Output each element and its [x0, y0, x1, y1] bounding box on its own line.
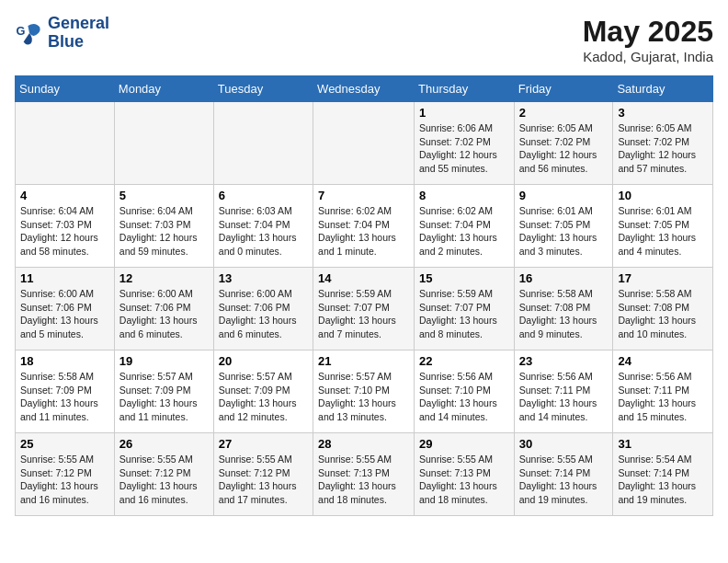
- calendar-cell: 15Sunrise: 5:59 AMSunset: 7:07 PMDayligh…: [415, 268, 515, 350]
- cell-content: Sunrise: 6:05 AMSunset: 7:02 PMDaylight:…: [519, 121, 609, 176]
- day-number: 10: [618, 189, 708, 202]
- calendar-cell: [114, 102, 213, 185]
- day-number: 19: [119, 354, 209, 368]
- calendar-cell: 6Sunrise: 6:03 AMSunset: 7:04 PMDaylight…: [213, 185, 313, 268]
- cell-content: Sunrise: 6:01 AMSunset: 7:05 PMDaylight:…: [519, 204, 609, 259]
- cell-content: Sunrise: 5:55 AMSunset: 7:13 PMDaylight:…: [419, 453, 509, 507]
- logo: G General Blue: [15, 15, 109, 52]
- day-number: 18: [20, 354, 109, 368]
- calendar-cell: 17Sunrise: 5:58 AMSunset: 7:08 PMDayligh…: [613, 268, 713, 350]
- day-number: 30: [519, 437, 609, 451]
- cell-content: Sunrise: 5:58 AMSunset: 7:08 PMDaylight:…: [618, 287, 708, 341]
- day-header-thursday: Thursday: [415, 76, 515, 102]
- calendar-cell: 1Sunrise: 6:06 AMSunset: 7:02 PMDaylight…: [415, 102, 515, 185]
- calendar-cell: 10Sunrise: 6:01 AMSunset: 7:05 PMDayligh…: [613, 185, 713, 268]
- calendar-cell: 30Sunrise: 5:55 AMSunset: 7:14 PMDayligh…: [514, 433, 613, 516]
- calendar-cell: 27Sunrise: 5:55 AMSunset: 7:12 PMDayligh…: [213, 433, 313, 516]
- cell-content: Sunrise: 6:00 AMSunset: 7:06 PMDaylight:…: [20, 287, 109, 341]
- day-number: 13: [219, 271, 308, 285]
- week-row-3: 11Sunrise: 6:00 AMSunset: 7:06 PMDayligh…: [16, 268, 713, 350]
- day-number: 2: [519, 106, 609, 120]
- calendar-cell: 4Sunrise: 6:04 AMSunset: 7:03 PMDaylight…: [16, 185, 115, 268]
- calendar-cell: 11Sunrise: 6:00 AMSunset: 7:06 PMDayligh…: [16, 268, 115, 350]
- calendar-cell: 25Sunrise: 5:55 AMSunset: 7:12 PMDayligh…: [16, 433, 115, 516]
- calendar-cell: [313, 102, 415, 185]
- calendar-cell: 31Sunrise: 5:54 AMSunset: 7:14 PMDayligh…: [613, 433, 713, 516]
- logo-line2: Blue: [48, 33, 109, 52]
- week-row-5: 25Sunrise: 5:55 AMSunset: 7:12 PMDayligh…: [16, 433, 713, 516]
- day-header-monday: Monday: [114, 76, 213, 102]
- day-number: 6: [219, 189, 308, 202]
- cell-content: Sunrise: 5:55 AMSunset: 7:14 PMDaylight:…: [519, 453, 609, 507]
- day-number: 25: [20, 437, 109, 451]
- calendar-cell: 24Sunrise: 5:56 AMSunset: 7:11 PMDayligh…: [613, 350, 713, 433]
- calendar-cell: 23Sunrise: 5:56 AMSunset: 7:11 PMDayligh…: [514, 350, 613, 433]
- calendar-cell: 28Sunrise: 5:55 AMSunset: 7:13 PMDayligh…: [313, 433, 415, 516]
- calendar-cell: 19Sunrise: 5:57 AMSunset: 7:09 PMDayligh…: [114, 350, 213, 433]
- cell-content: Sunrise: 6:01 AMSunset: 7:05 PMDaylight:…: [618, 204, 708, 259]
- day-number: 8: [419, 189, 509, 202]
- day-number: 15: [419, 271, 509, 285]
- calendar-cell: 12Sunrise: 6:00 AMSunset: 7:06 PMDayligh…: [114, 268, 213, 350]
- day-header-tuesday: Tuesday: [213, 76, 313, 102]
- calendar-cell: 20Sunrise: 5:57 AMSunset: 7:09 PMDayligh…: [213, 350, 313, 433]
- logo-line1: General: [48, 15, 109, 33]
- calendar-cell: 13Sunrise: 6:00 AMSunset: 7:06 PMDayligh…: [213, 268, 313, 350]
- calendar-cell: 5Sunrise: 6:04 AMSunset: 7:03 PMDaylight…: [114, 185, 213, 268]
- cell-content: Sunrise: 6:04 AMSunset: 7:03 PMDaylight:…: [20, 204, 109, 259]
- day-number: 1: [419, 106, 509, 120]
- day-header-friday: Friday: [514, 76, 613, 102]
- cell-content: Sunrise: 5:57 AMSunset: 7:10 PMDaylight:…: [318, 370, 409, 424]
- calendar-cell: 22Sunrise: 5:56 AMSunset: 7:10 PMDayligh…: [415, 350, 515, 433]
- cell-content: Sunrise: 5:56 AMSunset: 7:11 PMDaylight:…: [519, 370, 609, 424]
- day-number: 22: [419, 354, 509, 368]
- day-number: 12: [119, 271, 209, 285]
- calendar-table: SundayMondayTuesdayWednesdayThursdayFrid…: [15, 75, 713, 516]
- day-number: 9: [519, 189, 609, 202]
- calendar-cell: 26Sunrise: 5:55 AMSunset: 7:12 PMDayligh…: [114, 433, 213, 516]
- day-number: 20: [219, 354, 308, 368]
- cell-content: Sunrise: 5:57 AMSunset: 7:09 PMDaylight:…: [219, 370, 308, 424]
- calendar-cell: [213, 102, 313, 185]
- day-number: 29: [419, 437, 509, 451]
- cell-content: Sunrise: 5:56 AMSunset: 7:11 PMDaylight:…: [618, 370, 708, 424]
- cell-content: Sunrise: 6:06 AMSunset: 7:02 PMDaylight:…: [419, 121, 509, 176]
- day-number: 21: [318, 354, 409, 368]
- day-header-wednesday: Wednesday: [313, 76, 415, 102]
- cell-content: Sunrise: 6:04 AMSunset: 7:03 PMDaylight:…: [119, 204, 209, 259]
- calendar-cell: 3Sunrise: 6:05 AMSunset: 7:02 PMDaylight…: [613, 102, 713, 185]
- day-number: 5: [119, 189, 209, 202]
- calendar-cell: 16Sunrise: 5:58 AMSunset: 7:08 PMDayligh…: [514, 268, 613, 350]
- week-row-1: 1Sunrise: 6:06 AMSunset: 7:02 PMDaylight…: [16, 102, 713, 185]
- cell-content: Sunrise: 5:55 AMSunset: 7:12 PMDaylight:…: [20, 453, 109, 507]
- calendar-cell: [16, 102, 115, 185]
- calendar-cell: 9Sunrise: 6:01 AMSunset: 7:05 PMDaylight…: [514, 185, 613, 268]
- calendar-cell: 18Sunrise: 5:58 AMSunset: 7:09 PMDayligh…: [16, 350, 115, 433]
- logo-icon: G: [15, 18, 44, 48]
- cell-content: Sunrise: 5:58 AMSunset: 7:09 PMDaylight:…: [20, 370, 109, 424]
- day-header-saturday: Saturday: [613, 76, 713, 102]
- cell-content: Sunrise: 6:05 AMSunset: 7:02 PMDaylight:…: [618, 121, 708, 176]
- day-number: 24: [618, 354, 708, 368]
- calendar-cell: 29Sunrise: 5:55 AMSunset: 7:13 PMDayligh…: [415, 433, 515, 516]
- cell-content: Sunrise: 5:54 AMSunset: 7:14 PMDaylight:…: [618, 453, 708, 507]
- logo-text: General Blue: [48, 15, 109, 52]
- week-row-2: 4Sunrise: 6:04 AMSunset: 7:03 PMDaylight…: [16, 185, 713, 268]
- page-header: G General Blue May 2025 Kadod, Gujarat, …: [15, 15, 713, 64]
- day-number: 31: [618, 437, 708, 451]
- calendar-cell: 2Sunrise: 6:05 AMSunset: 7:02 PMDaylight…: [514, 102, 613, 185]
- calendar-cell: 7Sunrise: 6:02 AMSunset: 7:04 PMDaylight…: [313, 185, 415, 268]
- week-row-4: 18Sunrise: 5:58 AMSunset: 7:09 PMDayligh…: [16, 350, 713, 433]
- day-number: 14: [318, 271, 409, 285]
- day-number: 11: [20, 271, 109, 285]
- cell-content: Sunrise: 6:02 AMSunset: 7:04 PMDaylight:…: [419, 204, 509, 259]
- day-number: 27: [219, 437, 308, 451]
- cell-content: Sunrise: 5:59 AMSunset: 7:07 PMDaylight:…: [318, 287, 409, 341]
- cell-content: Sunrise: 5:56 AMSunset: 7:10 PMDaylight:…: [419, 370, 509, 424]
- cell-content: Sunrise: 6:00 AMSunset: 7:06 PMDaylight:…: [119, 287, 209, 341]
- cell-content: Sunrise: 5:55 AMSunset: 7:12 PMDaylight:…: [219, 453, 308, 507]
- day-number: 23: [519, 354, 609, 368]
- calendar-cell: 8Sunrise: 6:02 AMSunset: 7:04 PMDaylight…: [415, 185, 515, 268]
- cell-content: Sunrise: 5:58 AMSunset: 7:08 PMDaylight:…: [519, 287, 609, 341]
- day-number: 3: [618, 106, 708, 120]
